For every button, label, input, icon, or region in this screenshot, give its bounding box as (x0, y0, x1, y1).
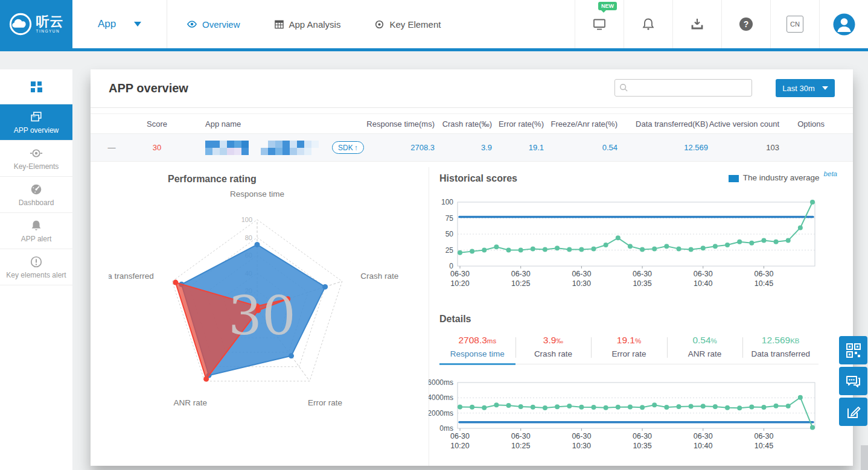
tab-key-element[interactable]: Key Element (374, 19, 441, 30)
table-row[interactable]: — 30 SDK↑ 2708.3 3.9 19.1 0.54 12.569 10… (91, 134, 853, 162)
cell-score: 30 (133, 143, 181, 152)
detail-tab-data-transferred[interactable]: 12.569KBData transferred (742, 333, 819, 364)
sidebar-item-dashboard[interactable]: Dashboard (0, 177, 72, 213)
chat-icon (845, 373, 861, 389)
topnav-utilities: NEW ? CN (575, 0, 868, 48)
alarm-button[interactable] (624, 0, 672, 48)
help-button[interactable]: ? (721, 0, 770, 48)
language-button[interactable]: CN (770, 0, 819, 48)
svg-text:4000ms: 4000ms (429, 393, 453, 402)
tingyun-logo[interactable]: 听云 TINGYUN (0, 0, 72, 48)
svg-text:06-30: 06-30 (511, 270, 531, 278)
scrollbar-thumb[interactable] (861, 445, 868, 470)
svg-text:10:25: 10:25 (511, 442, 530, 450)
svg-text:Error rate: Error rate (308, 398, 342, 407)
sdk-up-arrow-icon: ↑ (354, 144, 358, 152)
svg-text:80: 80 (245, 234, 252, 241)
sidebar-item-key-elements-alert[interactable]: Key elements alert (0, 249, 72, 285)
sidebar-item-key-elements[interactable]: Key-Elements (0, 141, 72, 177)
app-table: Score App name Response time(ms) Crash r… (91, 113, 853, 162)
sidebar-item-app-overview[interactable]: APP overview (0, 104, 72, 141)
gauge-icon (30, 183, 43, 196)
avatar-icon (833, 13, 855, 36)
svg-text:06-30: 06-30 (450, 432, 470, 440)
svg-text:75: 75 (445, 214, 454, 223)
column-data-transferred[interactable]: Data transferred(KB) (617, 119, 708, 129)
svg-text:100: 100 (241, 216, 252, 223)
column-crash-rate[interactable]: Crash rate(‰) (435, 119, 492, 129)
detail-tab-error-rate[interactable]: 19.1%Error rate (591, 333, 667, 364)
floating-action-buttons (839, 336, 867, 426)
svg-text:30: 30 (228, 285, 296, 347)
cell-error-rate[interactable]: 19.1 (492, 143, 544, 152)
performance-radar-chart: 2040608010030Response timeCrash rateErro… (109, 185, 423, 433)
metric-value: 19.1% (591, 335, 667, 346)
column-options[interactable]: Options (779, 119, 840, 129)
app-menu-dropdown[interactable]: App (72, 0, 167, 48)
svg-text:10:30: 10:30 (572, 279, 591, 288)
column-app-name[interactable]: App name (181, 119, 362, 129)
search-box[interactable] (614, 79, 752, 97)
metric-value: 2708.3ms (439, 335, 515, 346)
svg-text:06-30: 06-30 (754, 270, 773, 278)
detail-tab-response-time[interactable]: 2708.3msResponse time (439, 333, 515, 364)
redacted-app-name (205, 141, 319, 155)
search-input[interactable] (631, 83, 747, 92)
page-title: APP overview (109, 81, 188, 95)
caret-down-icon (822, 86, 828, 90)
row-collapse-toggle[interactable]: — (91, 143, 133, 152)
user-avatar[interactable] (819, 0, 868, 48)
logo-text: 听云 (36, 15, 64, 28)
detail-tab-crash-rate[interactable]: 3.9‰Crash rate (515, 333, 592, 364)
beta-tag: beta (824, 170, 837, 177)
qr-code-button[interactable] (839, 336, 867, 364)
svg-text:06-30: 06-30 (633, 432, 652, 440)
tab-app-analysis[interactable]: App Analysis (274, 19, 341, 30)
sdk-badge[interactable]: SDK↑ (332, 141, 364, 154)
svg-text:06-30: 06-30 (694, 270, 713, 278)
mobile-monitor-button[interactable]: NEW (575, 0, 624, 48)
compose-button[interactable] (839, 398, 867, 426)
svg-text:0ms: 0ms (439, 424, 453, 433)
time-range-label: Last 30m (782, 84, 814, 93)
column-error-rate[interactable]: Error rate(%) (492, 119, 544, 129)
cell-crash-rate[interactable]: 3.9 (435, 143, 492, 152)
tab-key-element-label: Key Element (389, 19, 441, 30)
cell-app-name: SDK↑ (181, 141, 362, 155)
svg-text:2000ms: 2000ms (429, 409, 453, 418)
metric-value: 12.569KB (742, 335, 819, 346)
svg-text:10:20: 10:20 (450, 442, 469, 450)
time-range-button[interactable]: Last 30m (776, 79, 835, 97)
column-response-time[interactable]: Response time(ms) (362, 119, 435, 129)
tab-overview[interactable]: Overview (187, 19, 240, 30)
target-icon (374, 19, 385, 30)
download-icon (690, 17, 704, 31)
metric-label: ANR rate (667, 349, 743, 358)
sidebar-item-app-alert[interactable]: APP alert (0, 213, 72, 249)
column-score[interactable]: Score (133, 119, 181, 129)
svg-text:06-30: 06-30 (450, 270, 470, 278)
svg-text:6000ms: 6000ms (429, 378, 453, 387)
historical-scores-title: Historical scores (439, 173, 517, 184)
language-label: CN (787, 16, 803, 33)
svg-text:10:45: 10:45 (755, 279, 773, 288)
historical-scores-chart: 025507510006-3010:2006-3010:2506-3010:30… (429, 195, 827, 290)
cell-response-time[interactable]: 2708.3 (362, 143, 435, 152)
metric-value: 0.54% (667, 335, 743, 346)
alert-circle-icon (30, 255, 43, 268)
metric-label: Data transferred (742, 349, 819, 358)
download-button[interactable] (672, 0, 721, 48)
column-freeze-anr-rate[interactable]: Freeze/Anr rate(%) (544, 119, 617, 129)
feedback-chat-button[interactable] (839, 367, 867, 395)
svg-text:Data transferred: Data transferred (109, 272, 154, 281)
column-active-version-count[interactable]: Active version count (708, 119, 779, 129)
svg-text:25: 25 (445, 246, 454, 255)
sidebar-item-label: APP alert (21, 235, 51, 243)
detail-tab-anr-rate[interactable]: 0.54%ANR rate (667, 333, 743, 364)
logo-subtext: TINGYUN (36, 30, 64, 34)
menu-grid-button[interactable] (0, 69, 72, 104)
cell-freeze-anr-rate[interactable]: 0.54 (544, 143, 617, 152)
legend-swatch (729, 175, 739, 182)
cell-data-transferred[interactable]: 12.569 (617, 143, 708, 152)
new-badge: NEW (598, 2, 617, 10)
